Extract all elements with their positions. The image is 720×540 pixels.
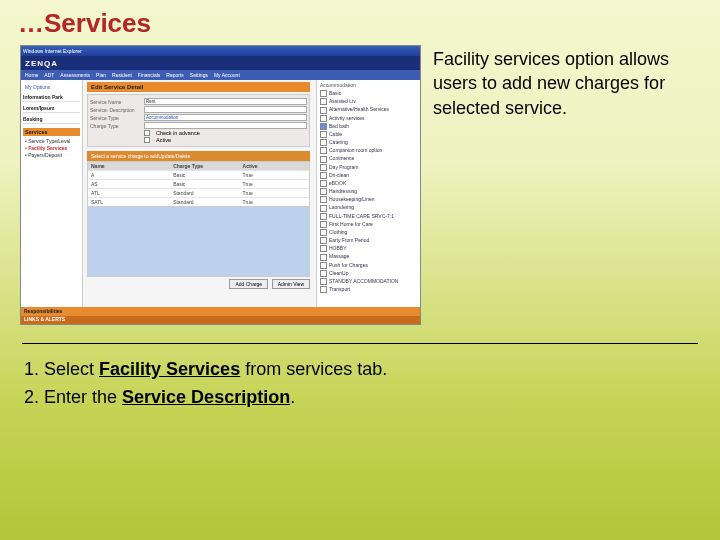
service-checkbox-item[interactable]: Laundering [320,203,417,211]
table-cell: True [240,180,309,188]
service-checkbox-item[interactable]: CleanUp [320,269,417,277]
footer-responsibilities: Responsibilities [21,307,420,316]
service-checkbox-item[interactable]: Continence [320,154,417,162]
active-label: Active [156,137,171,143]
nav-tab[interactable]: Reports [166,72,184,78]
service-checkbox-item[interactable]: Housekeeping/Linen [320,195,417,203]
service-type-label: Service Type [90,115,140,121]
service-checkbox-item[interactable]: Clothing [320,228,417,236]
table-cell: True [240,171,309,179]
service-checkbox-item[interactable]: Cable [320,130,417,138]
table-cell: SATL [88,198,170,206]
service-checkbox-item[interactable]: Activity services [320,114,417,122]
table-cell: A [88,171,170,179]
nav-tab[interactable]: My Account [214,72,240,78]
service-checkbox-item[interactable]: Catering [320,138,417,146]
service-checkbox-item[interactable]: Massage [320,252,417,260]
sidebar-item[interactable]: Facility Services [25,145,80,152]
service-desc-input[interactable] [144,106,307,113]
divider [22,343,698,344]
step-2: 2. Enter the Service Description. [24,384,696,412]
sidebar-section: Lorem/Ipsum [23,105,80,113]
nav-tab[interactable]: Plan [96,72,106,78]
column-header: Active [240,162,309,170]
service-checkbox-item[interactable]: Alternative/Health Services [320,105,417,113]
left-sidebar: My Options Information ParkLorem/IpsumBa… [21,80,83,307]
service-checkbox-item[interactable]: eBOOK [320,179,417,187]
right-panel-label: Accommodation [320,82,417,88]
table-cell: ATL [88,189,170,197]
admin-view-button[interactable]: Admin View [272,279,310,289]
description-text: Facility services option allows users to… [433,45,700,120]
active-checkbox[interactable] [144,137,150,143]
right-panel: Accommodation BasicAssisted Liv.Alternat… [316,80,420,307]
table-cell: True [240,198,309,206]
service-checkbox-item[interactable]: Push for Charges [320,261,417,269]
service-checkbox-item[interactable]: FULL-TIME CARE SRVC-7:1 [320,212,417,220]
check-advance-checkbox[interactable] [144,130,150,136]
service-checkbox-item[interactable]: Transport [320,285,417,293]
service-name-label: Service Name [90,99,140,105]
table-row[interactable]: ASBasicTrue [88,179,309,188]
window-titlebar: Windows Internet Explorer [21,46,420,56]
nav-tab[interactable]: Settings [190,72,208,78]
service-checkbox-item[interactable]: Bed bath [320,122,417,130]
charge-type-label: Charge Type [90,123,140,129]
add-charge-button[interactable]: Add Charge [229,279,268,289]
column-header: Name [88,162,170,170]
table-cell: AS [88,180,170,188]
table-cell: Basic [170,180,239,188]
app-screenshot: Windows Internet Explorer ZENQA HomeADTA… [20,45,421,325]
nav-tab[interactable]: Assessments [60,72,90,78]
service-checkbox-item[interactable]: Dri-clean [320,171,417,179]
service-checkbox-item[interactable]: Day Program [320,163,417,171]
charge-type-select[interactable] [144,122,307,129]
nav-tab[interactable]: Home [25,72,38,78]
main-nav[interactable]: HomeADTAssessmentsPlanResidentFinancials… [21,70,420,80]
table-cell: Basic [170,171,239,179]
nav-tab[interactable]: Financials [138,72,161,78]
table-row[interactable]: SATLStandardTrue [88,197,309,206]
app-brand: ZENQA [21,56,420,70]
nav-tab[interactable]: ADT [44,72,54,78]
service-checkbox-item[interactable]: STANDBY ACCOMMODATION [320,277,417,285]
sidebar-section: Information Park [23,94,80,102]
footer-links: LINKS & ALERTS [21,316,420,324]
edit-service-header: Edit Service Detail [87,82,310,92]
charges-table-header: Select a service charge to addUpdate/Del… [87,151,310,161]
table-row[interactable]: ATLStandardTrue [88,188,309,197]
service-checkbox-item[interactable]: Early From Period [320,236,417,244]
service-desc-label: Service: Description [90,107,140,113]
sidebar-item[interactable]: Payers/Deposit [25,152,80,159]
table-row[interactable]: ABasicTrue [88,170,309,179]
sidebar-item[interactable]: Service Type/Level [25,138,80,145]
column-header: Charge Type [170,162,239,170]
service-checkbox-item[interactable]: HOBBY [320,244,417,252]
service-type-select[interactable]: Accommodation [144,114,307,121]
table-cell: Standard [170,198,239,206]
service-checkbox-item[interactable]: Assisted Liv. [320,97,417,105]
check-advance-label: Check in advance [156,130,200,136]
service-form: Service NameRent Service: Description Se… [87,94,310,147]
table-cell: Standard [170,189,239,197]
service-name-input[interactable]: Rent [144,98,307,105]
service-checkbox-item[interactable]: First Home for Care [320,220,417,228]
table-empty-area [87,207,310,277]
welcome-link[interactable]: My Options [25,84,80,90]
service-checkbox-item[interactable]: Companion room option [320,146,417,154]
nav-tab[interactable]: Resident [112,72,132,78]
sidebar-services-header: Services [23,128,80,136]
service-checkbox-item[interactable]: Hairdressing [320,187,417,195]
step-1: 1. Select Facility Services from service… [24,356,696,384]
table-cell: True [240,189,309,197]
sidebar-section: Basking [23,116,80,124]
steps-list: 1. Select Facility Services from service… [0,356,720,412]
service-checkbox-item[interactable]: Basic [320,89,417,97]
page-title: …Services [0,0,720,39]
charges-table: NameCharge TypeActive ABasicTrueASBasicT… [87,161,310,207]
